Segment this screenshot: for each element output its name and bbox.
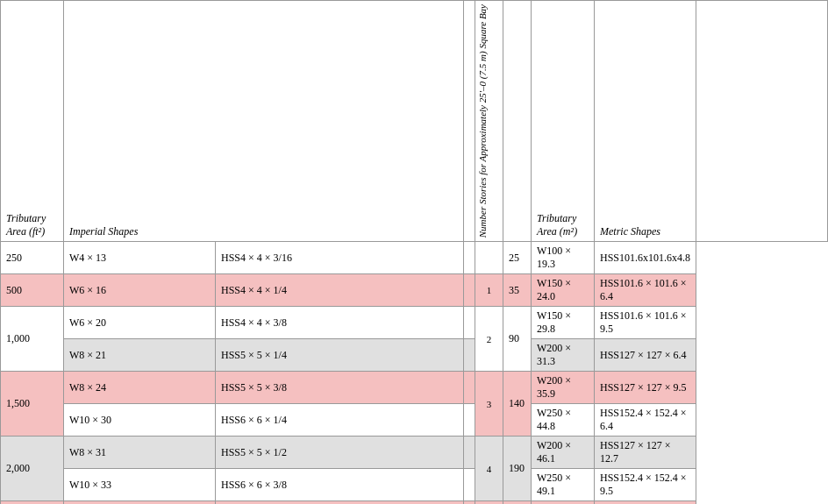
hss-shape-value: HSS5 × 5 × 1/4: [216, 339, 464, 372]
trib-imperial-value: 2,000: [1, 437, 64, 501]
table-row: W8 × 21HSS5 × 5 × 1/4W200 × 31.3HSS127 ×…: [1, 339, 828, 372]
header-rotation: Number Stories for Approximately 25′–0 (…: [475, 1, 503, 242]
spacer-col: [463, 469, 475, 501]
w-shape-value: W8 × 21: [64, 339, 216, 372]
table-row: 500W6 × 16HSS4 × 4 × 1/4135W150 × 24.0HS…: [1, 274, 828, 307]
table-body: 250W4 × 13HSS4 × 4 × 3/1625W100 × 19.3HS…: [1, 242, 828, 504]
hss-shape-value: HSS5 × 5 × 1/2: [216, 437, 464, 469]
w-shape-value: W8 × 31: [64, 437, 216, 469]
trib-imperial-value: 1,500: [1, 372, 64, 437]
hss-shape-value: HSS6 × 6 × 3/8: [216, 469, 464, 501]
w-shape-value: W10 × 30: [64, 404, 216, 437]
story-value: 2: [475, 307, 503, 372]
table-row: 250W4 × 13HSS4 × 4 × 3/1625W100 × 19.3HS…: [1, 242, 828, 274]
story-value: 3: [475, 372, 503, 437]
structural-table: Tributary Area (ft²) Imperial Shapes Num…: [0, 0, 828, 504]
trib-imperial-value: 1,000: [1, 307, 64, 372]
trib-metric-value: 90: [503, 307, 531, 372]
table-row: 2,000W8 × 31HSS5 × 5 × 1/24190W200 × 46.…: [1, 437, 828, 469]
table-row: 1,500W8 × 24HSS5 × 5 × 3/83140W200 × 35.…: [1, 372, 828, 404]
hss-shape-value: HSS4 × 4 × 3/8: [216, 307, 464, 339]
story-value: 1: [475, 274, 503, 307]
w-shape-value: W6 × 20: [64, 307, 216, 339]
w-metric-value: W200 × 46.1: [531, 437, 594, 469]
header-trib-metric: Tributary Area (m²): [531, 1, 594, 242]
spacer-col: [463, 274, 475, 307]
main-table-wrapper: Tributary Area (ft²) Imperial Shapes Num…: [0, 0, 828, 504]
trib-imperial-value: 500: [1, 274, 64, 307]
hss-shape-value: HSS4 × 4 × 3/16: [216, 242, 464, 274]
story-value: [475, 242, 503, 274]
hss-metric-value: HSS152.4 × 152.4 × 6.4: [594, 404, 696, 437]
trib-metric-value: 35: [503, 274, 531, 307]
hss-metric-value: HSS101.6 × 101.6 × 9.5: [594, 307, 696, 339]
w-metric-value: W250 × 49.1: [531, 469, 594, 501]
spacer-col: [463, 307, 475, 339]
hss-shape-value: HSS5 × 5 × 3/8: [216, 372, 464, 404]
spacer-col: [463, 242, 475, 274]
hss-shape-value: HSS4 × 4 × 1/4: [216, 274, 464, 307]
w-shape-value: W8 × 24: [64, 372, 216, 404]
rotation-label: Number Stories for Approximately 25′–0 (…: [475, 1, 490, 241]
hss-metric-value: HSS127 × 127 × 12.7: [594, 437, 696, 469]
w-metric-value: W200 × 31.3: [531, 339, 594, 372]
trib-imperial-value: 250: [1, 242, 64, 274]
spacer-col: [463, 372, 475, 404]
header-trib-imperial: Tributary Area (ft²): [1, 1, 64, 242]
spacer-col: [463, 339, 475, 372]
hss-metric-value: HSS101.6x101.6x4.8: [594, 242, 696, 274]
header-row: Tributary Area (ft²) Imperial Shapes Num…: [1, 1, 828, 242]
w-metric-value: W250 × 44.8: [531, 404, 594, 437]
hss-metric-value: HSS152.4 × 152.4 × 9.5: [594, 469, 696, 501]
trib-metric-value: 190: [503, 437, 531, 501]
w-metric-value: W100 × 19.3: [531, 242, 594, 274]
header-hss-placeholder: [463, 1, 475, 242]
spacer-col: [463, 404, 475, 437]
spacer-col: [463, 437, 475, 469]
hss-metric-value: HSS127 × 127 × 6.4: [594, 339, 696, 372]
hss-metric-value: HSS101.6 × 101.6 × 6.4: [594, 274, 696, 307]
table-row: 1,000W6 × 20HSS4 × 4 × 3/8290W150 × 29.8…: [1, 307, 828, 339]
w-metric-value: W150 × 29.8: [531, 307, 594, 339]
story-value: 4: [475, 437, 503, 501]
w-shape-value: W10 × 33: [64, 469, 216, 501]
header-metric-hss: [696, 1, 828, 242]
header-stories: [503, 1, 531, 242]
w-shape-value: W6 × 16: [64, 274, 216, 307]
header-imperial-shapes: Imperial Shapes: [64, 1, 464, 242]
header-metric-shapes: Metric Shapes: [594, 1, 696, 242]
hss-shape-value: HSS6 × 6 × 1/4: [216, 404, 464, 437]
w-metric-value: W200 × 35.9: [531, 372, 594, 404]
trib-metric-value: 25: [503, 242, 531, 274]
table-row: W10 × 30HSS6 × 6 × 1/4W250 × 44.8HSS152.…: [1, 404, 828, 437]
w-shape-value: W4 × 13: [64, 242, 216, 274]
trib-metric-value: 140: [503, 372, 531, 437]
hss-metric-value: HSS127 × 127 × 9.5: [594, 372, 696, 404]
w-metric-value: W150 × 24.0: [531, 274, 594, 307]
table-row: W10 × 33HSS6 × 6 × 3/8W250 × 49.1HSS152.…: [1, 469, 828, 501]
